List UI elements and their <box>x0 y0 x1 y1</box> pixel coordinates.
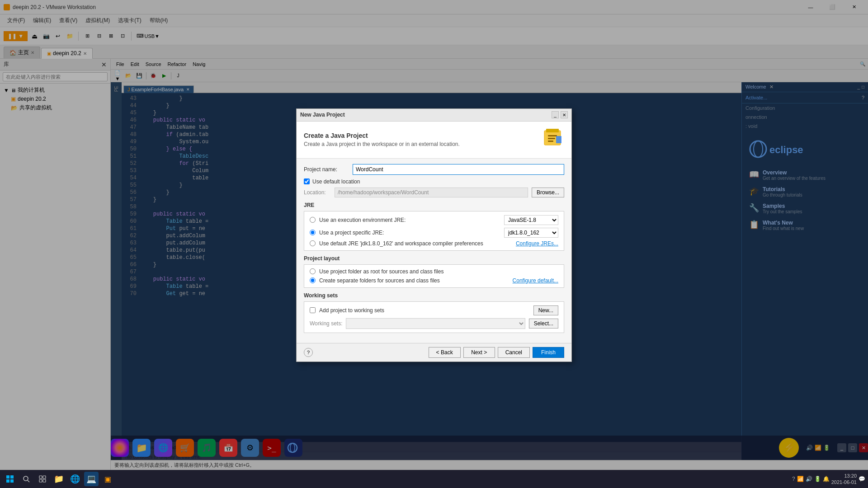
layout-single-radio[interactable] <box>310 268 316 274</box>
svg-rect-11 <box>39 476 42 479</box>
jre-default-radio[interactable] <box>310 240 316 246</box>
dialog-overlay: New Java Project _ ✕ Create a Java Proje… <box>0 0 868 470</box>
dialog-help-button[interactable]: ? <box>304 348 313 357</box>
svg-line-10 <box>28 480 29 482</box>
svg-rect-5 <box>6 475 9 479</box>
project-layout-box: Use project folder as root for sources a… <box>304 264 564 288</box>
svg-rect-19 <box>548 141 553 142</box>
jre-project-select[interactable]: jdk1.8.0_162 <box>504 228 558 238</box>
jre-default-label: Use default JRE 'jdk1.8.0_162' and works… <box>319 240 483 247</box>
windows-taskbar: 📁 🌐 💻 ▣ ? 📶 🔊 🔋 🔔 13:20 2021-06-01 💬 <box>0 470 868 488</box>
project-name-label: Project name: <box>304 166 349 173</box>
select-working-set-button[interactable]: Select... <box>529 319 558 328</box>
working-sets-input-row: Working sets: Select... <box>310 318 558 329</box>
location-input <box>335 188 528 197</box>
svg-rect-13 <box>39 479 42 482</box>
jre-env-select-container: JavaSE-1.8 <box>504 215 558 225</box>
jre-default-row: Use default JRE 'jdk1.8.0_162' and works… <box>310 240 558 247</box>
use-default-location-label: Use default location <box>312 178 360 185</box>
win-pinned-vmware[interactable]: ▣ <box>100 472 115 486</box>
tray-notification-icon[interactable]: 🔔 <box>823 476 830 482</box>
use-default-location-checkbox[interactable] <box>304 178 310 184</box>
svg-point-9 <box>24 476 28 481</box>
jre-env-select[interactable]: JavaSE-1.8 <box>504 215 558 225</box>
tray-question-icon[interactable]: ? <box>792 476 795 482</box>
dialog-body: Project name: Use default location Locat… <box>297 159 571 343</box>
dialog-footer: ? < Back Next > Cancel Finish <box>297 343 571 361</box>
dialog-close-btn[interactable]: ✕ <box>561 111 568 118</box>
location-label: Location: <box>304 189 331 196</box>
working-sets-box: Add project to working sets New... Worki… <box>304 301 564 333</box>
jre-project-select-container: jdk1.8.0_162 <box>504 228 558 238</box>
dialog-title: New Java Project <box>300 112 345 118</box>
notification-center-icon[interactable]: 💬 <box>859 476 865 482</box>
windows-clock[interactable]: 13:20 2021-06-01 <box>831 473 857 486</box>
jre-section-label: JRE <box>304 202 564 208</box>
layout-separate-label: Create separate folders for sources and … <box>319 277 440 284</box>
dialog-header-text: Create a Java Project Create a Java proj… <box>304 132 460 147</box>
svg-rect-12 <box>43 476 46 479</box>
back-button[interactable]: < Back <box>429 347 461 358</box>
dialog-title-controls: _ ✕ <box>552 111 568 118</box>
svg-rect-17 <box>548 135 557 136</box>
footer-right: < Back Next > Cancel Finish <box>429 347 564 358</box>
win-pinned-edge[interactable]: 🌐 <box>68 472 82 486</box>
layout-separate-radio[interactable] <box>310 277 316 283</box>
browse-button[interactable]: Browse... <box>532 188 564 197</box>
next-button[interactable]: Next > <box>463 347 495 358</box>
new-java-project-dialog: New Java Project _ ✕ Create a Java Proje… <box>296 108 572 362</box>
layout-separate-row: Create separate folders for sources and … <box>310 277 558 284</box>
dialog-header-icon <box>542 127 564 153</box>
layout-single-row: Use project folder as root for sources a… <box>310 268 558 275</box>
configure-default-link[interactable]: Configure default... <box>513 277 558 284</box>
jre-project-radio[interactable] <box>310 230 316 235</box>
svg-rect-8 <box>10 479 14 483</box>
dialog-header: Create a Java Project Create a Java proj… <box>297 122 571 159</box>
win-start-button[interactable] <box>3 472 17 486</box>
finish-button[interactable]: Finish <box>533 347 564 358</box>
win-task-view-button[interactable] <box>35 472 50 486</box>
working-sets-select[interactable] <box>346 318 525 329</box>
win-search-button[interactable] <box>19 472 33 486</box>
jre-env-radio[interactable] <box>310 217 316 223</box>
project-name-input[interactable] <box>353 164 564 175</box>
windows-system-tray: ? 📶 🔊 🔋 🔔 13:20 2021-06-01 💬 <box>792 473 865 486</box>
vmware-window: deepin 20.2 - VMware Workstation — ⬜ ✕ 文… <box>0 0 868 488</box>
jre-project-label: Use a project specific JRE: <box>319 230 384 236</box>
dialog-minimize-btn[interactable]: _ <box>552 111 559 118</box>
jre-section-box: Use an execution environment JRE: JavaSE… <box>304 211 564 251</box>
layout-single-label: Use project folder as root for sources a… <box>319 268 443 275</box>
svg-rect-14 <box>43 479 46 482</box>
jre-env-row: Use an execution environment JRE: JavaSE… <box>310 215 558 225</box>
tray-sound-icon[interactable]: 🔊 <box>806 476 812 482</box>
cancel-button[interactable]: Cancel <box>498 347 530 358</box>
project-name-row: Project name: <box>304 164 564 175</box>
win-pinned-explorer[interactable]: 📁 <box>52 472 66 486</box>
svg-rect-18 <box>548 138 555 139</box>
add-working-sets-label: Add project to working sets <box>319 307 384 314</box>
tray-battery-icon[interactable]: 🔋 <box>814 476 821 482</box>
win-pinned-deepin[interactable]: 💻 <box>84 472 99 486</box>
jre-env-label: Use an execution environment JRE: <box>319 217 406 223</box>
dialog-title-bar: New Java Project _ ✕ <box>297 109 571 122</box>
new-working-set-button[interactable]: New... <box>533 305 558 315</box>
svg-rect-20 <box>556 136 561 143</box>
working-sets-input-label: Working sets: <box>310 320 342 327</box>
footer-left: ? <box>304 348 313 357</box>
add-working-sets-checkbox[interactable] <box>310 307 316 313</box>
project-layout-label: Project layout <box>304 255 564 262</box>
tray-network-icon[interactable]: 📶 <box>797 476 804 482</box>
location-row: Location: Browse... <box>304 188 564 197</box>
default-location-row: Use default location <box>304 178 564 185</box>
svg-rect-16 <box>546 129 559 132</box>
configure-jres-link[interactable]: Configure JREs... <box>516 240 558 247</box>
jre-project-row: Use a project specific JRE: jdk1.8.0_162 <box>310 228 558 238</box>
svg-rect-7 <box>6 479 9 483</box>
working-sets-section-label: Working sets <box>304 292 564 299</box>
add-working-sets-row: Add project to working sets New... <box>310 305 558 315</box>
svg-rect-6 <box>10 475 14 479</box>
